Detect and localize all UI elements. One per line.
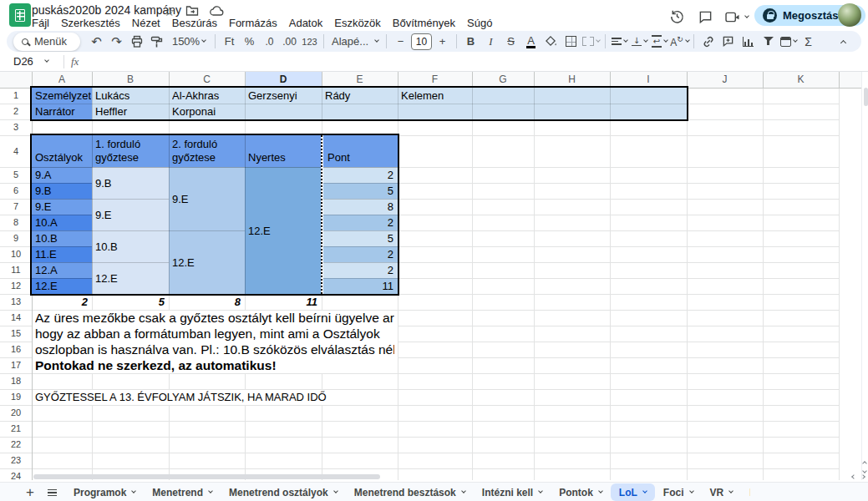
row-header-7[interactable]: 7: [0, 199, 32, 215]
meet-video-icon[interactable]: [722, 8, 750, 26]
row-header-1[interactable]: 1: [0, 88, 32, 104]
borders-button[interactable]: [561, 33, 581, 51]
row-header-18[interactable]: 18: [0, 373, 32, 389]
avatar[interactable]: [838, 3, 861, 27]
menu-Adatok[interactable]: Adatok: [283, 16, 328, 30]
insert-link-button[interactable]: [698, 33, 718, 51]
spreadsheet-grid[interactable]: ABCDEFGHIJK12345678910111213141516171819…: [0, 72, 861, 480]
menu-Nézet[interactable]: Nézet: [126, 16, 166, 30]
document-title[interactable]: puskás2020b 2024 kampány: [32, 3, 181, 17]
formula-input[interactable]: [79, 52, 868, 71]
row-header-6[interactable]: 6: [0, 183, 32, 199]
sheet-tab-Menetrend besztások[interactable]: Menetrend besztások: [346, 483, 474, 501]
horizontal-scrollbar-thumb[interactable]: [33, 474, 380, 479]
menu-Fájl[interactable]: Fájl: [26, 16, 55, 30]
more-formats-button[interactable]: 123: [300, 33, 319, 51]
row-header-23[interactable]: 23: [0, 453, 32, 468]
toolbar-search[interactable]: Menük: [13, 33, 80, 51]
row-header-15[interactable]: 15: [0, 326, 32, 342]
insert-comment-button[interactable]: [718, 33, 738, 51]
all-sheets-button[interactable]: [43, 484, 60, 501]
hide-toolbar-button[interactable]: [834, 33, 853, 51]
row-header-16[interactable]: 16: [0, 342, 32, 357]
create-filter-button[interactable]: [759, 33, 778, 51]
text-rotation-button[interactable]: A↻: [670, 33, 689, 51]
row-header-5[interactable]: 5: [0, 167, 32, 183]
sheet-tab-Menetrend[interactable]: Menetrend: [144, 483, 221, 501]
add-sheet-button[interactable]: +: [22, 484, 38, 501]
sheet-tab-Intézni kell[interactable]: Intézni kell: [474, 483, 551, 501]
undo-button[interactable]: ↶: [87, 33, 106, 51]
note-line-2[interactable]: hogy az abban a formátumban legyen, mint…: [35, 326, 394, 342]
row-header-24[interactable]: 24: [0, 468, 32, 480]
row-header-20[interactable]: 20: [0, 405, 32, 421]
font-select[interactable]: Alapé...: [328, 33, 382, 51]
row-header-2[interactable]: 2: [0, 104, 32, 119]
increase-font-button[interactable]: +: [433, 33, 452, 51]
menu-Formázás[interactable]: Formázás: [223, 16, 283, 30]
menu-Szerkesztés[interactable]: Szerkesztés: [55, 16, 126, 30]
scroll-right-button[interactable]: [859, 473, 867, 481]
menu-Súgó[interactable]: Súgó: [461, 16, 498, 30]
cell-total-2[interactable]: 8: [169, 294, 241, 310]
decrease-font-button[interactable]: −: [391, 33, 410, 51]
sheet-tab-Programok[interactable]: Programok: [65, 483, 144, 501]
percent-format-button[interactable]: %: [240, 33, 259, 51]
name-box[interactable]: D26: [0, 55, 62, 68]
cell-total-0[interactable]: 2: [32, 294, 88, 310]
strikethrough-button[interactable]: S: [501, 33, 520, 51]
merge-cells-button[interactable]: [581, 33, 601, 51]
decrease-decimals-button[interactable]: .0: [260, 33, 279, 51]
menu-Eszközök[interactable]: Eszközök: [328, 16, 387, 30]
sheet-tab-LoL[interactable]: LoL: [611, 483, 655, 501]
version-history-icon[interactable]: [667, 7, 686, 25]
table-view-button[interactable]: [779, 33, 798, 51]
bold-button[interactable]: B: [461, 33, 480, 51]
text-wrap-button[interactable]: ↩: [650, 33, 669, 51]
horizontal-align-button[interactable]: [610, 33, 629, 51]
note2-text[interactable]: GYŐZTESSEL A 13. ÉVFOLYAM JÁTSZIK, HA MA…: [35, 389, 394, 405]
row-header-13[interactable]: 13: [0, 294, 32, 310]
row-header-14[interactable]: 14: [0, 310, 32, 326]
sheet-tab-Foci[interactable]: Foci: [655, 483, 702, 501]
text-color-button[interactable]: A: [521, 33, 541, 51]
sheet-tab-VR[interactable]: VR: [702, 483, 742, 501]
row-header-19[interactable]: 19: [0, 389, 32, 405]
column-header-K[interactable]: K: [763, 72, 839, 88]
menu-Bővítmények[interactable]: Bővítmények: [387, 16, 461, 30]
insert-chart-button[interactable]: [739, 33, 758, 51]
zoom-select[interactable]: 150%: [167, 33, 211, 51]
note-line-3[interactable]: oszlopban is használva van. Pl.: 10.B sz…: [35, 342, 394, 357]
column-header-J[interactable]: J: [687, 72, 763, 88]
row-header-21[interactable]: 21: [0, 421, 32, 437]
vertical-scrollbar-thumb[interactable]: [864, 88, 868, 106]
row-header-17[interactable]: 17: [0, 357, 32, 373]
vertical-align-button[interactable]: ↓: [630, 33, 649, 51]
note-line-1[interactable]: Az üres mezőkbe csak a győztes osztályt …: [35, 310, 394, 326]
note-line-4[interactable]: Pontokad ne szerkezd, az automatikus!: [35, 357, 394, 373]
sheet-tab-Menetrend osztályok[interactable]: Menetrend osztályok: [221, 483, 346, 501]
row-header-3[interactable]: 3: [0, 119, 32, 135]
fill-color-button[interactable]: [541, 33, 561, 51]
paint-format-button[interactable]: [147, 33, 166, 51]
print-button[interactable]: [127, 33, 146, 51]
redo-button[interactable]: ↷: [107, 33, 126, 51]
cell-total-1[interactable]: 5: [92, 294, 165, 310]
menu-Beszúrás[interactable]: Beszúrás: [166, 16, 223, 30]
font-size-input[interactable]: 10: [411, 33, 432, 50]
scroll-left-button[interactable]: [850, 473, 858, 481]
vertical-scrollbar[interactable]: [861, 72, 868, 480]
sheet-tab-Pontok[interactable]: Pontok: [551, 483, 611, 501]
sheet-tab-Nyomozás[interactable]: Nyomozás: [741, 483, 750, 501]
increase-decimals-button[interactable]: .00: [280, 33, 299, 51]
functions-button[interactable]: Σ: [799, 33, 818, 51]
row-header-11[interactable]: 11: [0, 262, 32, 278]
row-header-4[interactable]: 4: [0, 135, 32, 167]
currency-format-button[interactable]: Ft: [220, 33, 239, 51]
row-header-9[interactable]: 9: [0, 230, 32, 246]
row-header-8[interactable]: 8: [0, 215, 32, 230]
row-header-10[interactable]: 10: [0, 246, 32, 262]
cell-total-3[interactable]: 11: [245, 294, 317, 310]
italic-button[interactable]: I: [481, 33, 500, 51]
row-header-22[interactable]: 22: [0, 437, 32, 453]
